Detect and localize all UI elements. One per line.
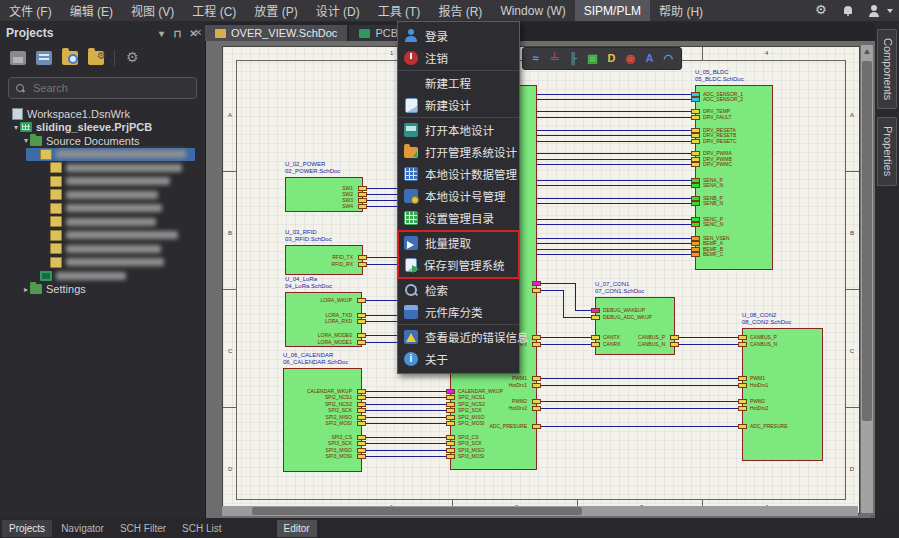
- gnd-port-tool-icon[interactable]: ╧: [547, 51, 562, 66]
- horizontal-scroll-thumb[interactable]: [252, 507, 582, 515]
- tree-item[interactable]: ▾sliding_sleeve.PrjPCB: [0, 121, 205, 135]
- panel-tab-sch-list[interactable]: SCH List: [175, 520, 228, 537]
- compile-doc-icon[interactable]: [36, 51, 52, 65]
- menu-item-label: 打开本地设计: [425, 122, 494, 138]
- text-tool-icon[interactable]: A: [642, 51, 657, 66]
- batch-extract-icon: [404, 236, 418, 250]
- settings-gear-icon[interactable]: [815, 4, 829, 18]
- menu-design[interactable]: 设计 (D): [307, 0, 369, 21]
- panel-tab-navigator[interactable]: Navigator: [54, 520, 111, 537]
- folder-settings-icon[interactable]: [88, 51, 104, 65]
- menu-item-label: 新建工程: [425, 75, 471, 91]
- menu-item-login[interactable]: 登录: [398, 25, 519, 47]
- menu-item-new-design[interactable]: 新建设计: [398, 94, 519, 116]
- menu-help[interactable]: 帮助 (H): [650, 0, 712, 21]
- zone-divider: [223, 171, 236, 172]
- scroll-up-arrow[interactable]: [864, 49, 870, 54]
- tab-close-icon[interactable]: ✕: [194, 27, 202, 38]
- search-box[interactable]: [8, 77, 197, 99]
- menu-place[interactable]: 放置 (P): [245, 0, 306, 21]
- probe-tool-icon[interactable]: ◉: [623, 51, 638, 66]
- tree-item[interactable]: [0, 188, 205, 202]
- menu-item-local-design-data[interactable]: 本地设计数据管理: [398, 163, 519, 185]
- search-input[interactable]: [31, 81, 189, 95]
- menu-window[interactable]: Window (W): [491, 0, 574, 21]
- zone-divider: [846, 407, 859, 408]
- editor-tab[interactable]: Editor: [277, 520, 317, 537]
- panel-tab-properties[interactable]: Properties: [877, 117, 897, 185]
- settings-gear-icon[interactable]: [125, 51, 141, 65]
- menu-item-open-local-design[interactable]: 打开本地设计: [398, 119, 519, 141]
- doc-icon: [50, 176, 62, 187]
- menu-item-recent-errors[interactable]: 查看最近的错误信息: [398, 326, 519, 348]
- menu-sipm-plm[interactable]: SIPM/PLM: [575, 0, 650, 21]
- menu-project[interactable]: 工程 (C): [183, 0, 245, 21]
- tree-item[interactable]: [0, 256, 205, 270]
- tree-item[interactable]: [0, 215, 205, 229]
- login-icon: [404, 29, 418, 43]
- vertical-scroll-thumb[interactable]: [862, 61, 872, 421]
- document-tab-bar: ✕ OVER_VIEW.SchDocPCB1.PcbDoc: [205, 21, 875, 41]
- menu-item-label: 新建设计: [425, 97, 471, 113]
- save-icon[interactable]: [10, 51, 26, 65]
- doc-tab-overview[interactable]: OVER_VIEW.SchDoc: [205, 25, 347, 41]
- menu-item-local-design-id[interactable]: 本地设计号管理: [398, 185, 519, 207]
- vertical-scrollbar[interactable]: [861, 45, 873, 513]
- arc-tool-icon[interactable]: ◠: [661, 51, 676, 66]
- part-tool-icon[interactable]: ▣: [585, 51, 600, 66]
- tree-item[interactable]: [0, 269, 205, 283]
- zone-divider: [846, 289, 859, 290]
- zone-divider: [702, 47, 703, 60]
- panel-tab-components[interactable]: Components: [877, 29, 897, 109]
- titlebar-icons: [815, 0, 893, 21]
- menu-edit[interactable]: 编辑 (E): [61, 0, 122, 21]
- tree-item[interactable]: ▾Source Documents: [0, 134, 205, 148]
- notification-bell-icon[interactable]: [841, 4, 855, 18]
- menu-item-search[interactable]: 检索: [398, 279, 519, 301]
- menu-group: 打开本地设计打开管理系统设计本地设计数据管理本地设计号管理设置管理目录: [398, 118, 519, 231]
- bus-tool-icon[interactable]: ╟: [566, 51, 581, 66]
- wire-tool-icon[interactable]: ≈: [528, 51, 543, 66]
- menu-view[interactable]: 视图 (V): [122, 0, 183, 21]
- tree-item[interactable]: [0, 229, 205, 243]
- menu-item-new-project[interactable]: 新建工程: [398, 72, 519, 94]
- menu-item-label: 查看最近的错误信息: [425, 329, 529, 345]
- folder-search-icon[interactable]: [62, 51, 78, 65]
- menu-item-batch-extract[interactable]: 批量提取: [398, 232, 519, 254]
- menu-item-about[interactable]: 关于: [398, 348, 519, 370]
- zone-number: 4: [765, 50, 768, 56]
- redacted-label: [66, 245, 161, 253]
- menu-reports[interactable]: 报告 (R): [429, 0, 491, 21]
- menu-file[interactable]: 文件 (F): [0, 0, 61, 21]
- user-account-icon[interactable]: [867, 4, 881, 18]
- expand-arrow-icon[interactable]: ▸: [22, 285, 30, 294]
- pcbdoc-icon: [359, 29, 370, 38]
- expand-arrow-icon[interactable]: ▾: [12, 123, 20, 132]
- expand-arrow-icon[interactable]: ▾: [22, 136, 30, 145]
- redacted-label: [66, 191, 158, 199]
- menu-bar: 文件 (F)编辑 (E)视图 (V)工程 (C)放置 (P)设计 (D)工具 (…: [0, 0, 899, 22]
- tree-item[interactable]: [0, 242, 205, 256]
- menu-item-open-managed-design[interactable]: 打开管理系统设计: [398, 141, 519, 163]
- panel-tab-projects[interactable]: Projects: [2, 520, 52, 537]
- menu-item-save-to-plm[interactable]: 保存到管理系统: [398, 254, 519, 276]
- menu-item-set-managed-dir[interactable]: 设置管理目录: [398, 207, 519, 229]
- panel-pin-icon[interactable]: ⊓: [172, 28, 183, 39]
- schematic-sheet[interactable]: Title Size A4 Number Revision 11223344AA…: [222, 46, 860, 514]
- panel-tab-sch-filter[interactable]: SCH Filter: [113, 520, 173, 537]
- about-icon: [404, 352, 418, 366]
- tree-item[interactable]: Workspace1.DsnWrk: [0, 107, 205, 121]
- horizontal-scrollbar[interactable]: [222, 506, 858, 516]
- menu-tools[interactable]: 工具 (T): [369, 0, 430, 21]
- menu-item-component-classify[interactable]: 元件库分类: [398, 301, 519, 323]
- tree-item[interactable]: [0, 161, 205, 175]
- tree-item-selected[interactable]: ▾: [0, 148, 205, 162]
- panel-dropdown-icon[interactable]: ▾: [156, 28, 167, 39]
- tree-item[interactable]: [0, 175, 205, 189]
- schematic-editor-canvas[interactable]: Title Size A4 Number Revision 11223344AA…: [205, 41, 875, 518]
- net-label-tool-icon[interactable]: D: [604, 51, 619, 66]
- menu-item-label: 元件库分类: [425, 304, 483, 320]
- menu-item-logout[interactable]: 注销: [398, 47, 519, 69]
- tree-item[interactable]: ▸Settings: [0, 283, 205, 297]
- tree-item[interactable]: [0, 202, 205, 216]
